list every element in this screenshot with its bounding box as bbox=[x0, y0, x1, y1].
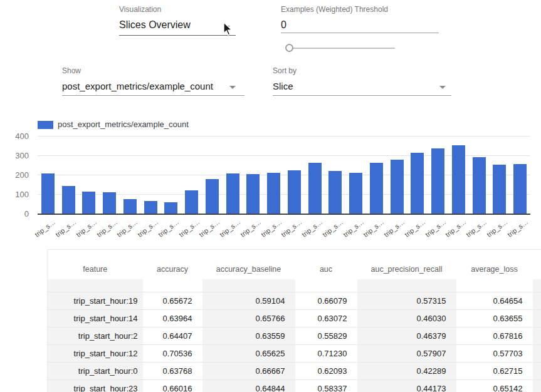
filter-cell bbox=[202, 279, 295, 292]
bar[interactable] bbox=[82, 192, 95, 214]
metric-cell: 0.65142 bbox=[456, 380, 533, 392]
overflow-cell bbox=[533, 310, 541, 328]
metric-cell: 0.64654 bbox=[456, 292, 533, 310]
threshold-slider-track[interactable] bbox=[287, 48, 395, 49]
bar[interactable] bbox=[185, 190, 198, 214]
metric-cell: 0.67816 bbox=[456, 328, 533, 345]
column-header[interactable]: average_loss bbox=[456, 250, 533, 280]
show-underline bbox=[62, 95, 244, 96]
metric-cell: 0.66667 bbox=[202, 363, 295, 380]
metric-cell: 0.59104 bbox=[202, 292, 295, 310]
metric-cell: 0.65625 bbox=[202, 345, 295, 363]
sort-by-select[interactable]: Slice bbox=[273, 81, 293, 91]
y-axis-tick-label: 300 bbox=[0, 151, 29, 160]
bar[interactable] bbox=[349, 173, 362, 214]
metric-cell: 0.63072 bbox=[295, 310, 357, 328]
bar[interactable] bbox=[103, 192, 116, 214]
metric-cell: 0.46379 bbox=[357, 328, 456, 345]
metric-cell: 0.44173 bbox=[357, 380, 456, 392]
bar[interactable] bbox=[41, 173, 55, 214]
bar[interactable] bbox=[391, 160, 404, 214]
metric-cell: 0.71230 bbox=[295, 345, 357, 363]
column-header[interactable]: feature bbox=[48, 250, 143, 280]
bar[interactable] bbox=[452, 145, 465, 214]
feature-cell: trip_start_hour:2 bbox=[48, 328, 143, 345]
bar[interactable] bbox=[431, 148, 444, 214]
bar[interactable] bbox=[226, 173, 239, 214]
y-axis-tick-label: 0 bbox=[0, 209, 29, 219]
threshold-label: Examples (Weighted) Threshold bbox=[281, 5, 388, 14]
visualization-underline bbox=[119, 35, 236, 36]
overflow-cell bbox=[533, 363, 541, 380]
column-header[interactable]: accuracy_baseline bbox=[202, 250, 295, 280]
metric-cell: 0.57703 bbox=[456, 345, 533, 363]
bar[interactable] bbox=[164, 202, 177, 214]
column-header[interactable]: accuracy bbox=[143, 250, 202, 280]
legend-label: post_export_metrics/example_count bbox=[58, 120, 189, 129]
bar[interactable] bbox=[370, 163, 383, 214]
table-row: trip_start_hour:00.637680.666670.620930.… bbox=[48, 363, 541, 380]
sort-by-label: Sort by bbox=[273, 66, 297, 75]
metric-cell: 0.63768 bbox=[143, 363, 202, 380]
x-axis-line bbox=[38, 214, 530, 215]
chart-area: post_export_metrics/example_count 400300… bbox=[0, 116, 541, 249]
chevron-down-icon[interactable] bbox=[229, 86, 236, 89]
bar[interactable] bbox=[328, 171, 342, 214]
metric-cell: 0.62093 bbox=[295, 363, 357, 380]
tfma-slicing-metrics-view: Visualization Slices Overview Examples (… bbox=[0, 0, 541, 392]
visualization-label: Visualization bbox=[119, 5, 161, 14]
feature-cell: trip_start_hour:23 bbox=[48, 380, 143, 392]
metric-cell: 0.70536 bbox=[143, 345, 202, 363]
show-select[interactable]: post_export_metrics/example_count bbox=[62, 81, 213, 91]
table-row: trip_start_hour:120.705360.656250.712300… bbox=[48, 345, 541, 363]
feature-cell: trip_start_hour:12 bbox=[48, 345, 143, 363]
metric-cell: 0.65672 bbox=[143, 292, 202, 310]
filter-cell bbox=[48, 279, 143, 292]
metrics-table: featureaccuracyaccuracy_baselineaucauc_p… bbox=[47, 249, 541, 392]
table-filter-row bbox=[48, 279, 541, 292]
metric-cell: 0.42289 bbox=[357, 363, 456, 380]
bar[interactable] bbox=[473, 157, 486, 214]
sort-by-underline bbox=[273, 95, 451, 96]
bar[interactable] bbox=[513, 164, 527, 214]
filter-cell bbox=[456, 279, 533, 292]
table-row: trip_start_hour:190.656720.591040.660790… bbox=[48, 292, 541, 310]
bar[interactable] bbox=[267, 173, 280, 214]
bar[interactable] bbox=[144, 201, 157, 214]
overflow-cell bbox=[533, 292, 541, 310]
threshold-slider-thumb[interactable] bbox=[285, 44, 293, 52]
threshold-input[interactable]: 0 bbox=[281, 19, 286, 31]
chevron-down-icon[interactable] bbox=[224, 26, 230, 29]
y-axis-tick-label: 400 bbox=[0, 132, 29, 141]
metric-cell: 0.55829 bbox=[295, 328, 357, 345]
metric-cell: 0.57315 bbox=[357, 292, 456, 310]
bar[interactable] bbox=[411, 153, 424, 214]
feature-cell: trip_start_hour:14 bbox=[48, 310, 143, 328]
bar[interactable] bbox=[246, 174, 260, 214]
metric-cell: 0.46030 bbox=[357, 310, 456, 328]
metric-cell: 0.58337 bbox=[295, 380, 357, 392]
metric-cell: 0.63559 bbox=[202, 328, 295, 345]
legend-swatch bbox=[38, 121, 53, 129]
bar[interactable] bbox=[493, 165, 506, 214]
bar[interactable] bbox=[206, 179, 219, 214]
y-axis-tick-label: 100 bbox=[0, 190, 29, 199]
filter-cell bbox=[143, 279, 202, 292]
bar[interactable] bbox=[308, 163, 322, 214]
table-row: trip_start_hour:230.660160.648440.583370… bbox=[48, 380, 541, 392]
table-header-row: featureaccuracyaccuracy_baselineaucauc_p… bbox=[48, 250, 541, 280]
column-header[interactable]: auc bbox=[295, 250, 357, 280]
column-header-overflow bbox=[533, 250, 541, 280]
bar[interactable] bbox=[123, 199, 137, 214]
metric-cell: 0.64407 bbox=[143, 328, 202, 345]
visualization-select[interactable]: Slices Overview bbox=[119, 19, 191, 31]
metric-cell: 0.62715 bbox=[456, 363, 533, 380]
feature-cell: trip_start_hour:0 bbox=[48, 363, 143, 380]
bar[interactable] bbox=[288, 170, 301, 214]
filter-cell bbox=[533, 279, 541, 292]
overflow-cell bbox=[533, 380, 541, 392]
column-header[interactable]: auc_precision_recall bbox=[357, 250, 456, 280]
chevron-down-icon[interactable] bbox=[439, 86, 446, 89]
metric-cell: 0.64844 bbox=[202, 380, 295, 392]
bar[interactable] bbox=[62, 186, 75, 214]
